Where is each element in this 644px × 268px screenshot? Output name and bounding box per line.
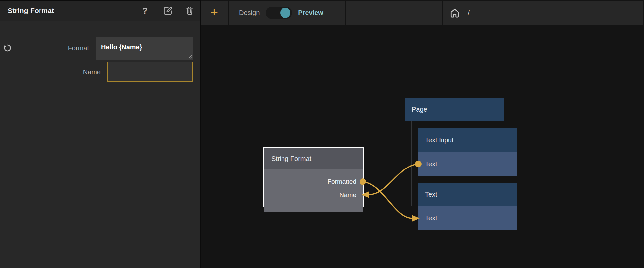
- design-preview-toggle[interactable]: [266, 7, 292, 19]
- toolbar-breadcrumb-section: /: [443, 1, 643, 25]
- resize-handle-icon[interactable]: [188, 55, 192, 59]
- help-icon[interactable]: ?: [139, 5, 151, 16]
- property-panel-header: String Format ?: [0, 1, 200, 21]
- panel-title: String Format: [0, 7, 54, 15]
- node-string-format-selected[interactable]: String Format Formatted Name: [263, 147, 364, 207]
- node-page[interactable]: Page: [405, 98, 504, 121]
- toolbar-nav-section: [346, 1, 442, 25]
- toggle-knob: [280, 8, 290, 18]
- toolbar-add-section: +: [201, 1, 228, 25]
- node-text-input-header[interactable]: Text Input: [418, 128, 517, 152]
- node-string-format-body: Formatted Name: [264, 169, 363, 212]
- preview-mode-label[interactable]: Preview: [298, 9, 323, 17]
- add-node-button[interactable]: +: [210, 5, 218, 21]
- format-property-label: Format: [33, 44, 89, 52]
- node-label: Text: [425, 191, 437, 198]
- node-label: String Format: [271, 155, 311, 163]
- format-textarea-wrap: Hello {Name}: [96, 37, 193, 60]
- reset-property-icon[interactable]: [3, 43, 12, 53]
- port-row-formatted-output[interactable]: Formatted: [264, 175, 363, 188]
- port-label: Name: [339, 191, 356, 199]
- property-panel: String Format ?: [0, 1, 200, 268]
- node-label: Text Input: [425, 136, 454, 144]
- home-icon[interactable]: [449, 7, 461, 19]
- toolbar-mode-section: Design Preview: [229, 1, 345, 25]
- trash-icon[interactable]: [184, 5, 195, 16]
- noodl-editor-window: Page Text Input Text Text Text String Fo…: [0, 0, 644, 268]
- breadcrumb-path: /: [468, 9, 470, 17]
- port-label: Formatted: [327, 178, 356, 185]
- port-label: Text: [425, 160, 437, 168]
- name-input[interactable]: [107, 62, 193, 82]
- port-row-text-output[interactable]: Text: [418, 152, 517, 176]
- name-property-label: Name: [33, 68, 101, 76]
- port-row-text-input[interactable]: Text: [418, 206, 517, 230]
- design-mode-label[interactable]: Design: [239, 9, 260, 17]
- port-label: Text: [425, 214, 437, 222]
- node-label: Page: [412, 106, 427, 113]
- port-row-name-input[interactable]: Name: [264, 188, 363, 202]
- node-string-format-header[interactable]: String Format: [264, 148, 363, 169]
- format-textarea[interactable]: Hello {Name}: [96, 37, 193, 60]
- node-text-input[interactable]: Text Input Text: [418, 128, 517, 176]
- property-panel-body: Format Hello {Name} Name: [0, 21, 200, 268]
- node-text-header[interactable]: Text: [418, 183, 517, 206]
- node-page-header[interactable]: Page: [405, 98, 504, 121]
- edit-icon[interactable]: [162, 5, 174, 16]
- plus-icon: +: [210, 5, 218, 19]
- node-text[interactable]: Text Text: [418, 183, 517, 230]
